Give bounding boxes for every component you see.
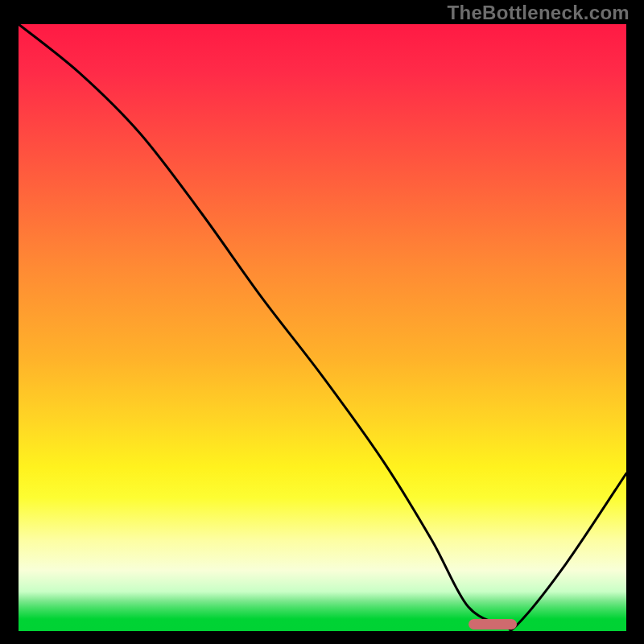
watermark-text: TheBottleneck.com bbox=[448, 2, 630, 24]
chart-container: TheBottleneck.com bbox=[0, 0, 644, 644]
bottleneck-curve bbox=[19, 24, 626, 631]
optimal-range-marker bbox=[469, 619, 517, 630]
curve-path bbox=[19, 24, 626, 630]
plot-area bbox=[19, 24, 626, 631]
